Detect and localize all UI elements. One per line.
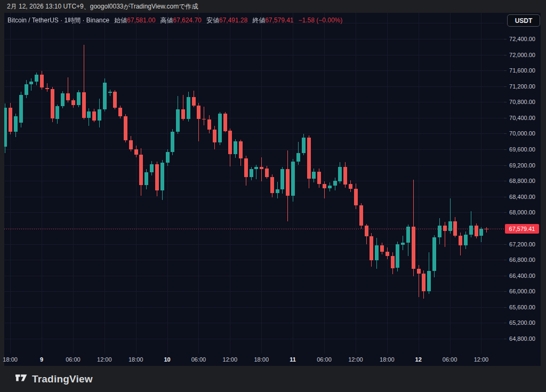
ohlc-close-value: 67,579.41 xyxy=(265,17,293,24)
time-axis-label: 12:00 xyxy=(97,354,112,366)
ohlc-open-value: 67,581.00 xyxy=(127,17,155,24)
last-price-tag: 67,579.41 xyxy=(505,224,539,234)
currency-toggle-button[interactable]: USDT xyxy=(507,14,540,27)
price-axis-label: 71,200.00 xyxy=(504,83,541,90)
price-axis[interactable]: 67,579.41 72,400.0072,000.0071,600.0071,… xyxy=(504,13,541,354)
price-axis-label: 66,400.00 xyxy=(504,273,541,279)
price-axis-label: 69,600.00 xyxy=(504,146,541,153)
time-axis-day-label: 10 xyxy=(164,354,170,366)
time-axis-label: 18:00 xyxy=(254,354,269,366)
tradingview-logo-icon[interactable] xyxy=(15,373,28,385)
price-axis-label: 68,800.00 xyxy=(504,178,541,184)
time-axis-day-label: 9 xyxy=(40,354,43,366)
price-axis-label: 65,600.00 xyxy=(504,304,541,310)
time-axis[interactable]: 18:00906:0012:0018:001006:0012:0018:0011… xyxy=(4,354,541,366)
price-axis-label: 70,800.00 xyxy=(504,99,541,105)
time-axis-label: 12:00 xyxy=(348,354,363,366)
snapshot-attribution-text: 2月 12, 2026 13:10 UTC+9、googol0033がTradi… xyxy=(7,3,198,10)
ohlc-low-value: 67,491.28 xyxy=(219,17,247,24)
time-axis-label: 12:00 xyxy=(474,354,489,366)
ohlc-high: 高値67,624.70 xyxy=(160,16,202,25)
ohlc-high-label: 高値 xyxy=(160,17,173,24)
time-axis-day-label: 11 xyxy=(290,354,296,366)
ohlc-open-label: 始値 xyxy=(114,17,127,24)
footer-bar: TradingView xyxy=(0,366,546,392)
chart-pane-canvas[interactable] xyxy=(4,13,504,354)
tradingview-snapshot: { "topbar": { "snapshot_info": "2月 12, 2… xyxy=(0,0,546,392)
price-change: −1.58 (−0.00%) xyxy=(299,17,343,24)
ohlc-close: 終値67,579.41 xyxy=(252,16,293,25)
ohlc-low: 安値67,491.28 xyxy=(206,16,247,25)
price-axis-label: 70,400.00 xyxy=(504,115,541,121)
time-axis-label: 06:00 xyxy=(191,354,206,366)
time-axis-label: 12:00 xyxy=(223,354,238,366)
price-axis-label: 68,000.00 xyxy=(504,209,541,215)
ohlc-open: 始値67,581.00 xyxy=(114,16,155,25)
time-axis-label: 18:00 xyxy=(129,354,143,366)
ohlc-low-label: 安値 xyxy=(206,17,219,24)
snapshot-attribution-bar: 2月 12, 2026 13:10 UTC+9、googol0033がTradi… xyxy=(0,0,546,13)
chart-legend: Bitcoin / TetherUS · 1時間 · Binance 始値67,… xyxy=(7,16,343,25)
price-axis-label: 70,000.00 xyxy=(504,130,541,137)
price-axis-label: 64,800.00 xyxy=(504,335,541,342)
price-axis-label: 66,800.00 xyxy=(504,257,541,263)
chart-widget: Bitcoin / TetherUS · 1時間 · Binance 始値67,… xyxy=(4,13,541,366)
ohlc-close-label: 終値 xyxy=(252,17,265,24)
time-axis-label: 18:00 xyxy=(380,354,395,366)
tradingview-wordmark[interactable]: TradingView xyxy=(32,373,93,385)
time-axis-label: 06:00 xyxy=(317,354,332,366)
ohlc-high-value: 67,624.70 xyxy=(173,17,202,24)
price-axis-label: 66,000.00 xyxy=(504,288,541,294)
time-axis-label: 06:00 xyxy=(66,354,81,366)
time-axis-label: 06:00 xyxy=(443,354,457,366)
price-axis-label: 72,000.00 xyxy=(504,52,541,58)
time-axis-label: 18:00 xyxy=(3,354,18,366)
time-axis-day-label: 12 xyxy=(415,354,422,366)
price-axis-label: 67,200.00 xyxy=(504,241,541,247)
symbol-description: Bitcoin / TetherUS · 1時間 · Binance xyxy=(7,16,109,25)
price-axis-label: 71,600.00 xyxy=(504,67,541,74)
price-axis-label: 72,400.00 xyxy=(504,36,541,42)
price-axis-label: 68,400.00 xyxy=(504,194,541,200)
price-axis-label: 65,200.00 xyxy=(504,319,541,326)
price-axis-label: 69,200.00 xyxy=(504,162,541,169)
